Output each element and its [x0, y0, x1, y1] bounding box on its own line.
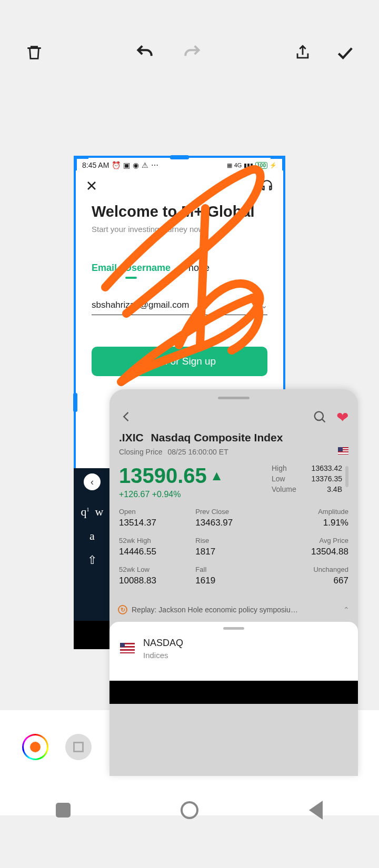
- current-color-swatch: [29, 741, 42, 753]
- search-icon[interactable]: [312, 409, 327, 426]
- alarm-icon: ⏰: [112, 161, 121, 169]
- warning-icon: ⚠: [142, 161, 148, 169]
- stock-ticker: .IXIC: [119, 431, 144, 443]
- replay-text: Replay: Jackson Hole economic policy sym…: [132, 605, 298, 614]
- status-app-icon: ▣: [123, 161, 130, 169]
- editor-toolbar: [0, 37, 379, 68]
- closing-label: Closing Price: [119, 448, 162, 456]
- replay-icon: ↻: [118, 605, 127, 614]
- support-headset-icon[interactable]: [260, 179, 274, 195]
- undo-button[interactable]: [132, 39, 158, 66]
- drag-handle-small[interactable]: [223, 627, 244, 630]
- stock-title: .IXIC Nasdaq Composite Index: [109, 431, 358, 444]
- data-icon: ▦: [227, 162, 232, 169]
- stock-card: ❤ .IXIC Nasdaq Composite Index Closing P…: [109, 389, 358, 776]
- delete-button[interactable]: [21, 39, 47, 66]
- email-value: sbshahrizal @gmail.com: [92, 300, 189, 310]
- system-nav-bar: [0, 794, 379, 826]
- app-header: [76, 173, 283, 198]
- back-icon[interactable]: [119, 409, 134, 426]
- stock-price: 13590.65▲: [119, 464, 224, 488]
- redo-button[interactable]: [179, 39, 205, 66]
- login-tabs: Email / Username Phone: [92, 263, 267, 274]
- price-row: 13590.65▲ +126.67 +0.94% High13633.42 Lo…: [109, 457, 358, 499]
- back-button[interactable]: [305, 800, 326, 821]
- us-flag-icon: [338, 447, 348, 457]
- login-button[interactable]: Login or Sign up: [92, 347, 267, 376]
- home-button[interactable]: [179, 800, 200, 821]
- nasdaq-card[interactable]: NASDAQ Indices: [109, 622, 358, 681]
- nasdaq-sub: Indices: [143, 651, 183, 660]
- close-icon[interactable]: [85, 179, 98, 194]
- keyboard-fragment: ‹ q1 w a ⇧ ?123: [74, 468, 111, 642]
- chevron-up-icon: ⌃: [343, 605, 350, 614]
- stats-grid: Open13514.37 Prev Close13463.97 Amplitud…: [109, 499, 358, 600]
- svg-point-0: [315, 411, 323, 420]
- replay-row[interactable]: ↻ Replay: Jackson Hole economic policy s…: [109, 600, 358, 620]
- us-flag-icon: [120, 641, 135, 657]
- signal-icon: ▮▮▮: [244, 162, 253, 169]
- welcome-title: Welcome to M+ Global: [92, 203, 267, 220]
- key-a[interactable]: a: [89, 529, 95, 543]
- recent-apps-button[interactable]: [53, 800, 74, 821]
- color-picker-button[interactable]: [22, 734, 48, 760]
- stock-header: ❤: [109, 399, 358, 431]
- card-black-edge: [109, 681, 358, 704]
- scroll-indicator[interactable]: [345, 466, 348, 487]
- tab-phone[interactable]: Phone: [182, 263, 210, 274]
- shape-tool-button[interactable]: [65, 734, 92, 760]
- crop-corner-tl[interactable]: [74, 156, 88, 170]
- more-icon: ⋯: [151, 161, 158, 169]
- keyboard-back-icon[interactable]: ‹: [84, 473, 101, 490]
- tab-email[interactable]: Email / Username: [92, 263, 171, 274]
- status-bar: 8:45 AM ⏰ ▣ ◉ ⚠ ⋯ ▦ 4G ▮▮▮ 100 ⚡: [76, 158, 283, 173]
- crop-corner-tr[interactable]: [271, 156, 285, 170]
- nasdaq-name: NASDAQ: [143, 638, 183, 649]
- signal-4g-icon: 4G: [234, 162, 242, 168]
- screenshot-black-edge: [74, 621, 111, 649]
- email-field[interactable]: sbshahrizal @gmail.com ⌄: [92, 300, 267, 315]
- shift-icon[interactable]: ⇧: [87, 553, 97, 567]
- welcome-section: Welcome to M+ Global Start your investin…: [76, 198, 283, 376]
- stock-subheader: Closing Price 08/25 16:00:00 ET: [109, 444, 358, 457]
- battery-icon: 100: [255, 162, 267, 169]
- key-q[interactable]: q1 w: [81, 505, 104, 519]
- stock-name: Nasdaq Composite Index: [151, 431, 283, 443]
- up-arrow-icon: ▲: [210, 468, 224, 484]
- square-icon: [73, 742, 84, 752]
- favorite-icon[interactable]: ❤: [336, 409, 348, 426]
- stock-delta: +126.67 +0.94%: [119, 490, 224, 499]
- crop-handle-top[interactable]: [170, 155, 189, 159]
- status-app-icon2: ◉: [133, 161, 139, 169]
- stock-timestamp: 08/25 16:00:00 ET: [167, 448, 228, 456]
- price-side-stats: High13633.42 Low13376.35 Volume3.4B: [272, 464, 342, 496]
- confirm-button[interactable]: [332, 39, 358, 66]
- chevron-down-icon[interactable]: ⌄: [261, 300, 267, 310]
- share-button[interactable]: [290, 39, 316, 66]
- crop-handle-left[interactable]: [73, 393, 77, 412]
- welcome-subtitle: Start your investing journey now!: [92, 225, 267, 234]
